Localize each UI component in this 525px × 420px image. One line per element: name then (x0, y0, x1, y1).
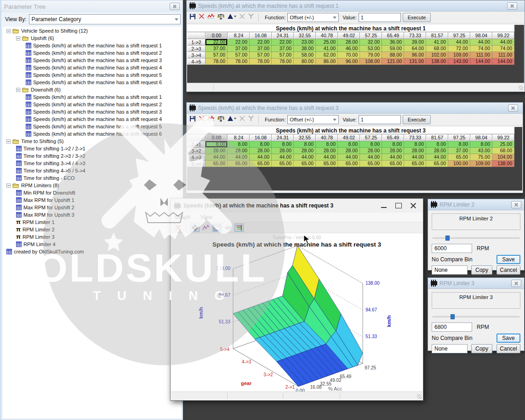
table-cell[interactable]: 96.00 (338, 58, 360, 65)
table-cell[interactable]: 28.00 (250, 148, 272, 154)
table-cell[interactable]: 70.00 (338, 52, 360, 58)
surface-3d-chart[interactable]: 51.3351.3394.6794.67138.00138.000.0016.0… (171, 234, 422, 391)
column-header[interactable]: 65.49 (382, 134, 404, 141)
close-icon[interactable] (410, 203, 417, 208)
table-cell[interactable]: 88.00 (382, 52, 404, 58)
table-cell[interactable]: 44.00 (404, 154, 426, 161)
table-cell[interactable]: 44.00 (272, 154, 294, 161)
graph-titlebar[interactable]: Speeds (km/h) at which the machine has a… (171, 199, 423, 213)
tree-item[interactable]: Speeds (km/h) at which the machine has a… (3, 115, 181, 123)
table-cell[interactable]: 44.00 (382, 154, 404, 161)
table-cell[interactable]: 28.00 (272, 148, 294, 154)
table-cell[interactable]: 43.00 (470, 148, 492, 154)
table-cell[interactable]: 39.00 (404, 39, 426, 46)
column-header[interactable]: 49.02 (338, 32, 360, 39)
column-header[interactable]: 8.24 (228, 32, 250, 39)
tree-item[interactable]: Max RPM for Upshift 3 (3, 211, 181, 219)
window-titlebar[interactable]: RPM Limiter 3 (428, 278, 524, 289)
table-cell[interactable]: 32.00 (360, 39, 382, 46)
view-by-combobox[interactable]: Parameter Category (29, 14, 181, 24)
tree-item[interactable]: Speeds (km/h) at which the machine has a… (3, 93, 181, 101)
tree-item[interactable]: Time for shifting 1->2 / 2->1 (3, 145, 181, 152)
table-cell[interactable]: 111.00 (492, 52, 514, 58)
line-graph-icon[interactable] (201, 224, 211, 232)
rpm-slider[interactable] (433, 314, 519, 319)
column-header[interactable]: 99.22 (492, 32, 514, 39)
tree-item[interactable]: Upshift (6) (3, 35, 181, 42)
axis-disabled-icon[interactable] (239, 13, 245, 19)
table-cell[interactable]: 78.00 (250, 58, 272, 65)
column-header[interactable]: 81.57 (426, 32, 448, 39)
table-cell[interactable]: 79.00 (360, 52, 382, 58)
tree-item[interactable]: Speeds (km/h) at which the machine has a… (3, 101, 181, 108)
table-cell[interactable]: 108.00 (360, 58, 382, 65)
column-header[interactable]: 32.55 (294, 32, 316, 39)
close-icon[interactable] (170, 3, 180, 10)
collapse-icon[interactable] (6, 29, 11, 33)
table-cell[interactable]: 111.00 (470, 52, 492, 58)
maximize-icon[interactable] (395, 203, 402, 208)
tree-item[interactable]: Speeds (km/h) at which the machine has a… (3, 57, 181, 64)
row-header[interactable]: 5->4 (187, 161, 205, 167)
menu-graph[interactable]: Graph (175, 214, 190, 220)
column-header[interactable]: 73.33 (404, 134, 426, 141)
column-header[interactable]: 40.78 (316, 32, 338, 39)
table-cell[interactable]: 65.00 (404, 161, 426, 167)
table-cell[interactable]: 65.00 (360, 161, 382, 167)
table-cell[interactable]: 104.00 (492, 154, 514, 161)
table-cell[interactable]: 38.00 (294, 46, 316, 52)
table-cell[interactable]: 28.00 (426, 148, 448, 154)
table-cell[interactable]: 109.00 (470, 161, 492, 167)
slider-handle[interactable] (451, 314, 455, 319)
collapse-icon[interactable] (16, 36, 20, 40)
table-cell[interactable]: 78.00 (228, 58, 250, 65)
column-header[interactable]: 8.24 (228, 134, 250, 141)
table-cell[interactable]: 28.00 (316, 148, 338, 154)
table-cell[interactable]: 22.00 (205, 39, 228, 46)
value-input[interactable]: 1 (359, 13, 401, 22)
table-cell[interactable]: 8.00 (294, 141, 316, 148)
row-header[interactable]: 4->5 (187, 58, 205, 65)
tree-item[interactable]: Speeds (km/h) at which the machine has a… (3, 79, 181, 86)
tree-item[interactable]: Speeds (km/h) at which the machine has a… (3, 130, 181, 138)
table-cell[interactable]: 8.00 (360, 141, 382, 148)
table-cell[interactable]: 28.00 (382, 148, 404, 154)
save-button[interactable]: Save (496, 334, 520, 343)
copy-button[interactable]: Copy (471, 344, 492, 353)
table-cell[interactable]: 37.00 (228, 46, 250, 52)
table-cell[interactable]: 22.00 (272, 39, 294, 46)
tree-item[interactable]: Time for shifting - ECO (3, 174, 181, 182)
table-cell[interactable]: 68.00 (426, 46, 448, 52)
save-button[interactable]: Save (496, 255, 520, 264)
table-cell[interactable]: 65.00 (205, 161, 228, 167)
tree-item[interactable]: Speeds (km/h) at which the machine has a… (3, 64, 181, 71)
table-cell[interactable]: 44.00 (294, 154, 316, 161)
tree-item[interactable]: Speeds (km/h) at which the machine has a… (3, 123, 181, 130)
axis-disabled-icon[interactable] (239, 115, 245, 121)
column-header[interactable]: 73.33 (404, 32, 426, 39)
trace-icon[interactable] (207, 13, 215, 19)
table-cell[interactable]: 65.00 (294, 161, 316, 167)
column-header[interactable]: 49.02 (338, 134, 360, 141)
table-cell[interactable]: 22.00 (250, 39, 272, 46)
table-cell[interactable]: 8.00 (205, 141, 228, 148)
value-input[interactable]: 1 (359, 115, 401, 124)
table-cell[interactable]: 28.00 (338, 39, 360, 46)
table-cell[interactable]: 138.00 (492, 161, 514, 167)
tree-item[interactable]: Speeds (km/h) at which the machine has a… (3, 49, 181, 57)
compare-scales-icon[interactable] (217, 13, 224, 20)
column-header[interactable]: 65.49 (382, 32, 404, 39)
column-header[interactable]: 40.78 (316, 134, 338, 141)
column-header[interactable]: 16.08 (250, 134, 272, 141)
function-dropdown[interactable]: Offset (+/-) (287, 13, 339, 22)
collapse-icon[interactable] (6, 139, 11, 144)
execute-button[interactable]: Execute (403, 13, 431, 22)
trace-icon[interactable] (207, 115, 215, 121)
table-cell[interactable]: 28.00 (294, 148, 316, 154)
fork-disabled-icon[interactable] (248, 13, 254, 19)
column-header[interactable]: 24.31 (272, 134, 294, 141)
table-cell[interactable]: 44.00 (205, 154, 228, 161)
pan-icon[interactable] (190, 224, 200, 232)
table-cell[interactable]: 143.00 (448, 58, 470, 65)
column-header[interactable]: 98.04 (470, 134, 492, 141)
